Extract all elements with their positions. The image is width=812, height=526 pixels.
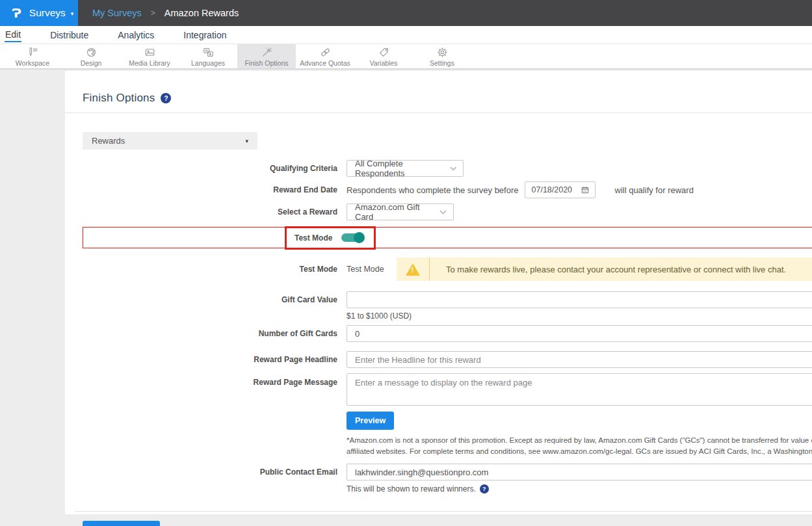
tab-integration[interactable]: Integration	[183, 29, 227, 42]
reward-page-message-input[interactable]	[347, 373, 812, 406]
toolbar-item-design[interactable]: Design	[62, 44, 120, 68]
tab-edit[interactable]: Edit	[5, 28, 21, 42]
help-icon[interactable]: ?	[480, 484, 489, 493]
toolbar-item-advance-quotas[interactable]: Advance Quotas	[296, 44, 354, 68]
public-contact-email-helper: This will be shown to reward winners.	[347, 484, 476, 493]
select-reward-label: Select a Reward	[83, 207, 337, 217]
chevron-down-icon	[439, 210, 447, 215]
reward-page-message-label: Reward Page Message	[83, 373, 337, 388]
top-header: Ɂ Surveys ▾ My Surveys > Amazon Rewards	[0, 0, 812, 26]
gift-card-value-input[interactable]	[347, 291, 812, 308]
design-icon	[85, 46, 98, 59]
amazon-disclaimer: *Amazon.com is not a sponsor of this pro…	[347, 435, 812, 457]
public-contact-email-input[interactable]	[347, 464, 812, 480]
questionpro-logo: Ɂ	[12, 6, 21, 20]
breadcrumb-separator: >	[151, 8, 155, 18]
breadcrumb-my-surveys[interactable]: My Surveys	[92, 8, 142, 18]
chevron-down-icon	[450, 166, 456, 171]
edit-section-toolbar: Workspace Design Media Library Languages…	[0, 44, 812, 70]
test-mode-status-value: Test Mode	[347, 265, 397, 274]
toolbar-item-workspace[interactable]: Workspace	[3, 44, 62, 68]
test-mode-highlight-box: Test Mode	[285, 226, 376, 250]
finish-options-icon	[261, 46, 273, 59]
save-changes-button[interactable]: Save Changes	[83, 521, 160, 526]
gift-card-value-label: Gift Card Value	[83, 291, 337, 308]
main-nav-tabs: Edit Distribute Analytics Integration	[0, 26, 812, 44]
help-icon[interactable]: ?	[161, 93, 171, 103]
breadcrumb: My Surveys > Amazon Rewards	[78, 0, 812, 26]
reward-end-date-suffix: will qualify for reward	[615, 185, 694, 195]
reward-page-headline-label: Reward Page Headline	[83, 355, 337, 364]
test-mode-toggle-label: Test Mode	[295, 233, 332, 243]
number-of-gift-cards-input[interactable]	[347, 325, 812, 342]
settings-icon	[436, 46, 449, 59]
select-reward-select[interactable]: Amazon.com Gift Card	[347, 204, 454, 220]
chevron-down-icon: ▾	[71, 10, 74, 17]
test-mode-toggle[interactable]	[341, 233, 363, 242]
test-mode-highlight-row: Test Mode	[83, 227, 812, 248]
reward-end-date-input[interactable]: 07/18/2020	[525, 181, 596, 198]
page-title: Finish Options	[83, 92, 155, 105]
panel-divider	[75, 511, 812, 512]
number-of-gift-cards-label: Number of Gift Cards	[83, 329, 337, 338]
test-mode-warning-banner: To make rewards live, please contact you…	[397, 257, 812, 281]
toolbar-item-languages[interactable]: Languages	[179, 44, 237, 68]
warning-message: To make rewards live, please contact you…	[430, 257, 786, 281]
toolbar-item-finish-options[interactable]: Finish Options	[237, 44, 296, 68]
media-library-icon	[144, 46, 156, 59]
rewards-dropdown[interactable]: Rewards ▾	[83, 132, 257, 150]
public-contact-email-label: Public Contact Email	[83, 464, 337, 480]
tab-analytics[interactable]: Analytics	[117, 29, 155, 42]
caret-down-icon: ▾	[245, 138, 248, 144]
finish-options-panel: Finish Options ? Rewards ▾ Qualifying Cr…	[65, 71, 812, 514]
toolbar-item-settings[interactable]: Settings	[413, 44, 471, 68]
toggle-knob	[354, 232, 365, 243]
breadcrumb-current-survey: Amazon Rewards	[164, 8, 239, 18]
surveys-app-menu[interactable]: Ɂ Surveys ▾	[0, 0, 78, 26]
qualifying-criteria-label: Qualifying Criteria	[83, 164, 337, 173]
test-mode-status-label: Test Mode	[83, 265, 337, 274]
workspace-icon	[27, 46, 39, 59]
preview-button[interactable]: Preview	[347, 412, 394, 430]
app-menu-label: Surveys	[29, 7, 66, 19]
advance-quotas-icon	[319, 46, 332, 59]
warning-triangle-icon	[406, 263, 420, 276]
toolbar-item-media-library[interactable]: Media Library	[120, 44, 179, 68]
languages-icon	[202, 46, 215, 59]
tab-distribute[interactable]: Distribute	[49, 29, 89, 42]
reward-page-headline-input[interactable]	[347, 351, 812, 368]
qualifying-criteria-select[interactable]: All Complete Respondents	[347, 160, 464, 177]
toolbar-item-variables[interactable]: Variables	[354, 44, 413, 68]
variables-icon	[378, 46, 390, 59]
gift-card-value-helper: $1 to $1000 (USD)	[347, 311, 812, 321]
reward-end-date-label: Reward End Date	[83, 185, 337, 194]
reward-end-date-prefix: Respondents who complete the survey befo…	[347, 185, 519, 195]
calendar-icon	[581, 185, 590, 194]
